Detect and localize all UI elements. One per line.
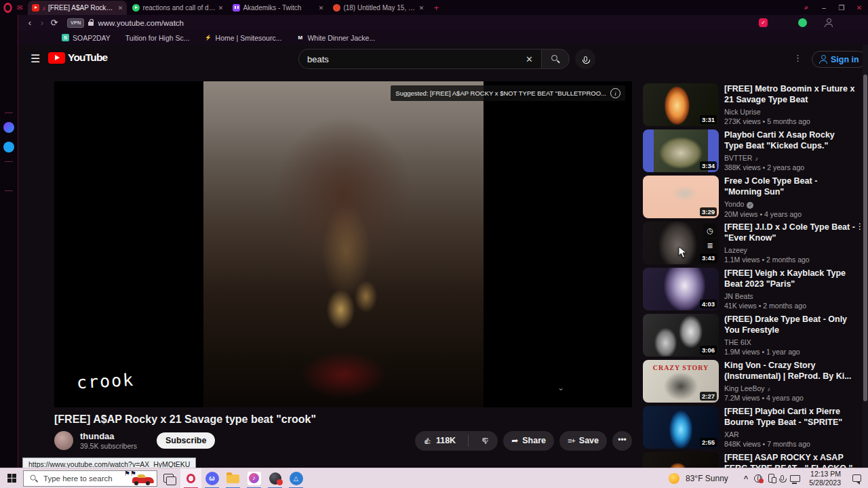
forward-button[interactable]: › bbox=[36, 18, 48, 28]
taskbar-record-icon[interactable] bbox=[264, 468, 285, 488]
suggestion-item[interactable]: 3:06 (FREE) Drake Type Beat - Only You F… bbox=[643, 314, 864, 357]
suggestion-title[interactable]: [FREE] Playboi Carti x Pierre Bourne Typ… bbox=[724, 406, 864, 428]
tray-mic-icon[interactable] bbox=[781, 475, 784, 481]
twitch-panel-icon[interactable] bbox=[3, 73, 14, 84]
bookmark-smitesource[interactable]: ⚡ Home | Smitesourc... bbox=[205, 34, 282, 42]
url-text[interactable]: www.youtube.com/watch bbox=[98, 19, 184, 27]
reload-button[interactable]: ⟳ bbox=[48, 18, 60, 28]
phone-link-icon[interactable] bbox=[768, 474, 774, 483]
suggestion-thumbnail[interactable]: 4:03 bbox=[643, 268, 719, 310]
suggestion-item[interactable]: 3:43 ◷ ≣ [FREE] J.I.D x J Cole Type Beat… bbox=[643, 222, 864, 264]
suggestion-channel[interactable]: THE 6IX bbox=[724, 338, 751, 346]
suggestion-item[interactable]: 2:55 [FREE] Playboi Carti x Pierre Bourn… bbox=[643, 406, 864, 449]
channel-name[interactable]: thundaa bbox=[80, 431, 151, 441]
add-to-queue-icon[interactable]: ≣ bbox=[703, 239, 717, 252]
page-scrollbar[interactable] bbox=[863, 45, 868, 468]
suggestion-channel[interactable]: Lazeey bbox=[724, 246, 747, 254]
start-button[interactable] bbox=[0, 468, 23, 488]
opera-gx-logo-icon[interactable] bbox=[3, 3, 12, 13]
vpn-shield-icon[interactable] bbox=[759, 18, 768, 27]
voice-search-button[interactable] bbox=[575, 49, 595, 69]
tab-audio-icon[interactable] bbox=[42, 4, 45, 12]
weather-text[interactable]: 83°F Sunny bbox=[686, 474, 728, 483]
sign-in-button[interactable]: Sign in bbox=[812, 51, 867, 68]
bookmark-soap2day[interactable]: S SOAP2DAY bbox=[62, 34, 111, 42]
twitter-panel-icon[interactable] bbox=[3, 142, 14, 152]
tab-close-icon[interactable] bbox=[218, 4, 224, 12]
adguard-extension-icon[interactable] bbox=[798, 18, 807, 27]
history-icon[interactable] bbox=[3, 200, 14, 211]
lock-icon[interactable] bbox=[88, 22, 94, 26]
tab-twitch[interactable]: Akademiks - Twitch bbox=[229, 1, 328, 15]
subscribe-button[interactable]: Subscribe bbox=[157, 432, 215, 449]
suggestion-channel[interactable]: XAR bbox=[724, 430, 739, 439]
video-player[interactable]: crook Suggested: [FREE] A$AP ROCKY x $NO… bbox=[54, 81, 632, 407]
extensions-box-icon[interactable] bbox=[3, 220, 14, 230]
suggestion-thumbnail[interactable]: 2:55 bbox=[643, 406, 719, 449]
suggestion-thumbnail[interactable]: 3:34 bbox=[643, 129, 719, 172]
weather-sun-icon[interactable] bbox=[669, 473, 679, 484]
hamburger-menu-icon[interactable]: ☰ bbox=[31, 52, 40, 65]
like-button[interactable]: 👍︎ 118K bbox=[415, 436, 464, 446]
taskbar-explorer-icon[interactable] bbox=[222, 468, 243, 488]
tab-close-icon[interactable] bbox=[118, 4, 123, 12]
notification-center-icon[interactable] bbox=[852, 474, 861, 482]
taskbar-search-input[interactable]: Type here to search ⚑⚑ bbox=[23, 470, 157, 487]
suggestion-title[interactable]: Free J Cole Type Beat - "Morning Sun" bbox=[724, 176, 864, 198]
suggestion-item[interactable]: CRAZY STORY 2:27 King Von - Crazy Story … bbox=[643, 360, 864, 403]
suggestion-channel[interactable]: Yondo bbox=[724, 200, 744, 208]
clear-search-icon[interactable]: ✕ bbox=[526, 54, 533, 64]
suggestion-thumbnail[interactable]: 3:29 bbox=[643, 176, 719, 218]
tab-close-icon[interactable] bbox=[319, 4, 324, 12]
gx-booster-icon[interactable] bbox=[3, 54, 14, 64]
suggested-card-overlay[interactable]: Suggested: [FREE] A$AP ROCKY x $NOT TYPE… bbox=[391, 85, 625, 101]
suggestion-thumbnail[interactable] bbox=[643, 452, 719, 468]
save-button[interactable]: ≡+ Save bbox=[559, 431, 607, 451]
suggestion-item[interactable]: 4:03 [FREE] Veigh x Kayblack Type Beat 2… bbox=[643, 268, 864, 310]
dislike-button[interactable]: 👍︎ bbox=[473, 436, 498, 446]
suggestion-channel[interactable]: Nick Uprise bbox=[724, 108, 761, 116]
bookmark-mrporter[interactable]: M White Dinner Jacke... bbox=[296, 34, 375, 42]
search-query-text[interactable]: beats bbox=[307, 54, 526, 64]
gx-mail-icon[interactable]: ✉ bbox=[17, 4, 22, 12]
taskbar-blue-app-icon[interactable]: △ bbox=[285, 468, 307, 488]
close-button[interactable]: ✕ bbox=[850, 4, 868, 12]
window-search-icon[interactable]: ⌕ bbox=[797, 3, 815, 12]
search-button[interactable] bbox=[541, 49, 570, 69]
suggestion-title[interactable]: [FREE] ASAP ROCKY x ASAP FERG TYPE BEAT … bbox=[724, 452, 864, 468]
taskbar-itunes-icon[interactable]: ♪ bbox=[243, 468, 264, 488]
suggestion-title[interactable]: King Von - Crazy Story (Instrumental) | … bbox=[724, 360, 864, 382]
taskbar-opera-icon[interactable] bbox=[180, 468, 201, 488]
profile-icon[interactable] bbox=[825, 18, 833, 27]
new-tab-button[interactable]: + bbox=[433, 3, 439, 13]
info-icon[interactable]: i bbox=[610, 88, 620, 98]
suggestion-item[interactable]: 3:34 Playboi Carti X Asap Rocky Type Bea… bbox=[643, 129, 864, 172]
suggestion-title[interactable]: Playboi Carti X Asap Rocky Type Beat "Ki… bbox=[724, 129, 864, 152]
share-button[interactable]: ➦ Share bbox=[503, 431, 554, 451]
suggestion-title[interactable]: [FREE] Metro Boomin x Future x 21 Savage… bbox=[724, 83, 864, 106]
clock[interactable]: 12:13 PM 5/28/2023 bbox=[809, 470, 841, 487]
suggestion-thumbnail[interactable]: CRAZY STORY 2:27 bbox=[643, 360, 719, 403]
display-cast-icon[interactable] bbox=[790, 475, 800, 482]
more-actions-icon[interactable]: ••• bbox=[612, 431, 632, 451]
suggestion-item[interactable]: [FREE] ASAP ROCKY x ASAP FERG TYPE BEAT … bbox=[643, 452, 864, 468]
tab-untitled[interactable]: (18) Untitled May 15, 2023 bbox=[329, 1, 428, 15]
tab-youtube[interactable]: [FREE] A$AP Rocky x 21 bbox=[28, 1, 127, 15]
channel-avatar[interactable] bbox=[54, 431, 73, 450]
settings-gear-icon[interactable] bbox=[3, 239, 14, 250]
scrollbar-thumb[interactable] bbox=[863, 75, 867, 401]
youtube-logo[interactable]: YouTube bbox=[48, 52, 107, 64]
suggestion-channel[interactable]: JN Beats bbox=[724, 292, 753, 300]
tray-expand-icon[interactable]: ^ bbox=[744, 474, 748, 483]
messenger-panel-icon[interactable] bbox=[3, 122, 14, 133]
tab-reactions[interactable]: reactions and call of duty bbox=[128, 1, 227, 15]
suggestion-title[interactable]: [FREE] Veigh x Kayblack Type Beat 2023 "… bbox=[724, 268, 864, 290]
suggestion-thumbnail[interactable]: 3:43 ◷ ≣ bbox=[643, 222, 719, 264]
more-options-icon[interactable]: ⋮ bbox=[793, 53, 802, 63]
bookmark-tuition[interactable]: Tuition for High Sc... bbox=[125, 34, 190, 42]
minimize-button[interactable]: – bbox=[815, 4, 833, 12]
suggestion-item[interactable]: 3:29 Free J Cole Type Beat - "Morning Su… bbox=[643, 176, 864, 218]
suggestion-thumbnail[interactable]: 3:06 bbox=[643, 314, 719, 357]
back-button[interactable]: ‹ bbox=[24, 18, 36, 28]
suggestion-channel[interactable]: King LeeBoy bbox=[724, 384, 765, 392]
